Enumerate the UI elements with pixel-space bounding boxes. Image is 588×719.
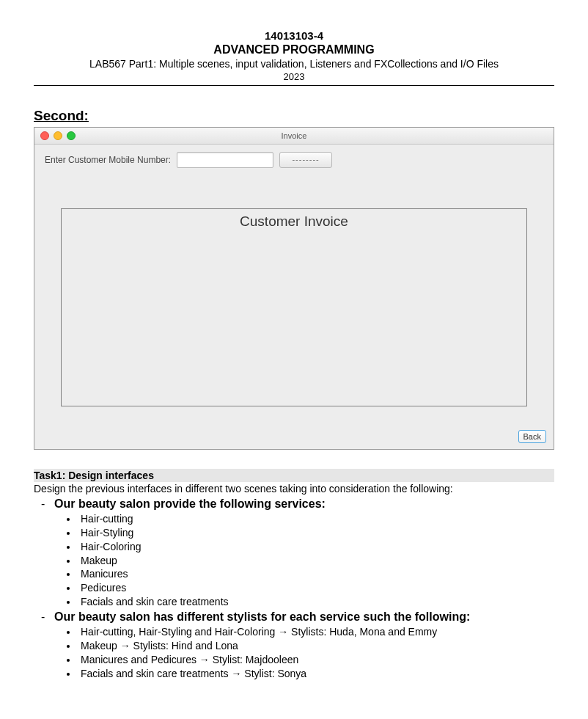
stylists-list: Hair-cutting, Hair-Styling and Hair-Colo… (34, 625, 554, 681)
doc-header: 14013103-4 ADVANCED PROGRAMMING LAB567 P… (34, 29, 554, 82)
list-item: Hair-cutting (78, 512, 554, 526)
mobile-input-row: Enter Customer Mobile Number: -------- (45, 152, 543, 168)
list-item: Hair-Coloring (78, 540, 554, 554)
section-heading: Second: (34, 108, 554, 124)
stylists-heading: Our beauty salon has different stylists … (54, 610, 470, 623)
list-item: Makeup (78, 554, 554, 568)
list-item: Facials and skin care treatments → Styli… (78, 667, 554, 681)
window-title: Invoice (282, 131, 307, 140)
list-item: Hair-cutting, Hair-Styling and Hair-Colo… (78, 625, 554, 639)
mobile-input-label: Enter Customer Mobile Number: (45, 155, 171, 165)
invoice-title: Customer Invoice (240, 213, 348, 229)
back-button[interactable]: Back (518, 430, 546, 443)
search-button[interactable]: -------- (279, 152, 332, 168)
course-title: ADVANCED PROGRAMMING (34, 43, 554, 56)
course-code: 14013103-4 (34, 29, 554, 42)
close-icon[interactable] (40, 131, 49, 140)
list-item: Hair-Styling (78, 526, 554, 540)
services-section: Our beauty salon provide the following s… (34, 497, 554, 511)
list-item: Pedicures (78, 581, 554, 595)
traffic-lights (40, 131, 76, 140)
mobile-input[interactable] (177, 152, 273, 168)
list-item: Manicures (78, 567, 554, 581)
header-divider (34, 85, 554, 86)
window-body: Enter Customer Mobile Number: -------- C… (34, 145, 554, 449)
maximize-icon[interactable] (67, 131, 76, 140)
list-item: Makeup → Stylists: Hind and Lona (78, 639, 554, 653)
year-label: 2023 (34, 71, 554, 82)
window-titlebar: Invoice (34, 128, 554, 145)
list-item: Manicures and Pedicures → Stylist: Majdo… (78, 653, 554, 667)
task-intro: Design the previous interfaces in differ… (34, 482, 554, 496)
minimize-icon[interactable] (54, 131, 62, 140)
services-heading: Our beauty salon provide the following s… (54, 497, 326, 510)
task-heading: Task1: Design interfaces (34, 469, 554, 482)
services-list: Hair-cutting Hair-Styling Hair-Coloring … (34, 512, 554, 609)
lab-subtitle: LAB567 Part1: Multiple scenes, input val… (34, 58, 554, 70)
stylists-section: Our beauty salon has different stylists … (34, 610, 554, 624)
document-page: 14013103-4 ADVANCED PROGRAMMING LAB567 P… (0, 0, 588, 697)
app-window: Invoice Enter Customer Mobile Number: --… (34, 127, 554, 450)
invoice-panel: Customer Invoice (61, 208, 527, 406)
list-item: Facials and skin care treatments (78, 595, 554, 609)
